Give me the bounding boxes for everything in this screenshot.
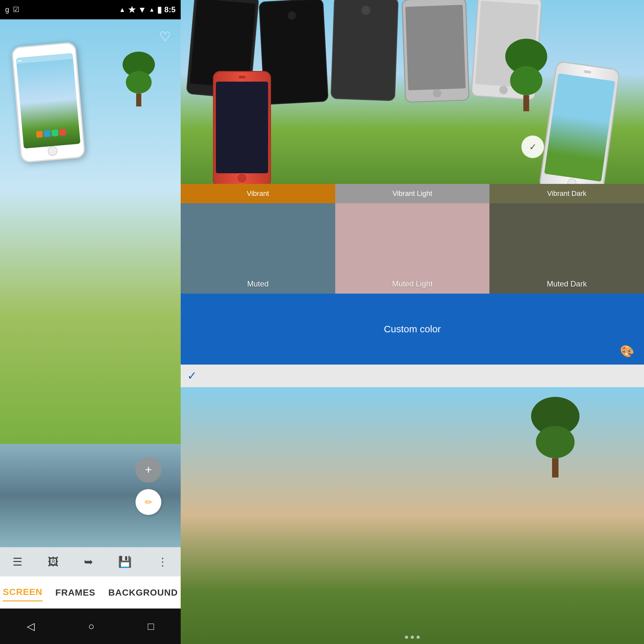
bottom-toolbar: ☰ 🖼 ➥ 💾 ⋮	[0, 547, 181, 576]
preview-tree	[531, 397, 579, 478]
dot-3	[417, 636, 420, 639]
star-icon: ★	[128, 5, 136, 15]
wifi-icon: ▼	[138, 5, 146, 15]
tabs-area: SCREEN FRAMES BACKGROUND	[0, 576, 181, 609]
phone-mockup-left: ■■■	[6, 45, 77, 168]
status-bar-right: ▲ ★ ▼ ▲ ▮ 8:5	[119, 5, 176, 15]
red-phone[interactable]	[213, 71, 271, 184]
bottom-preview	[181, 387, 644, 644]
more-button[interactable]: ⋮	[157, 555, 168, 568]
phone-screen-content: ■■■	[16, 53, 80, 148]
dot-2	[411, 636, 414, 639]
phone-preview-dark-back[interactable]	[330, 0, 398, 101]
heart-icon[interactable]: ♡	[159, 29, 171, 44]
swatch-muted-light-label: Muted Light	[335, 279, 490, 288]
phone-home-button	[47, 146, 58, 156]
signal-icon: ▲	[149, 6, 155, 13]
phone-screen: ■■■	[16, 53, 80, 148]
share-button[interactable]: ➥	[84, 555, 93, 568]
swatch-muted-light[interactable]: Muted Light	[335, 203, 490, 294]
custom-color-area[interactable]: Custom color 🎨	[181, 294, 644, 365]
bottom-blur-area: + ✏	[0, 444, 181, 547]
tree-right	[505, 39, 547, 111]
phone-white: ■■■	[11, 42, 86, 163]
swatch-muted[interactable]: Muted	[181, 203, 335, 294]
dots-indicator	[405, 636, 420, 639]
color-panel: Vibrant Vibrant Light Vibrant Dark Muted…	[181, 184, 644, 644]
tab-vibrant-light[interactable]: Vibrant Light	[335, 184, 490, 203]
main-image-area: ♡ ■■■	[0, 19, 181, 444]
status-bar-left: g ☑	[5, 5, 19, 14]
swatch-muted-dark[interactable]: Muted Dark	[489, 203, 644, 294]
confirm-check-icon[interactable]: ✓	[187, 369, 197, 383]
dot-1	[405, 636, 408, 639]
swatch-muted-label: Muted	[181, 279, 335, 288]
white-phone-right[interactable]	[547, 65, 612, 184]
back-button[interactable]: ◁	[27, 620, 35, 632]
check-circle-button[interactable]: ✓	[521, 136, 544, 158]
menu-button[interactable]: ☰	[13, 555, 22, 568]
home-button[interactable]: ○	[88, 620, 94, 632]
plus-icon: +	[145, 463, 152, 477]
bluetooth-icon: ▲	[119, 6, 126, 14]
fab-plus-button[interactable]: +	[136, 457, 161, 483]
status-bar: g ☑ ▲ ★ ▼ ▲ ▮ 8:5	[0, 0, 181, 19]
edit-icon: ✏	[145, 497, 152, 508]
left-panel: g ☑ ▲ ★ ▼ ▲ ▮ 8:5 ♡ ■■■	[0, 0, 181, 644]
checkmark-icon: ✓	[529, 142, 537, 152]
image-button[interactable]: 🖼	[48, 556, 59, 568]
phone-preview-light1[interactable]	[401, 0, 469, 103]
battery-icon: ▮	[157, 5, 162, 15]
tab-vibrant[interactable]: Vibrant	[181, 184, 335, 203]
custom-color-label: Custom color	[384, 324, 441, 335]
palette-icon: 🎨	[620, 345, 634, 358]
save-button[interactable]: 💾	[118, 555, 132, 568]
fab-edit-button[interactable]: ✏	[136, 489, 161, 515]
right-panel: ✓ Vibrant Vibrant Light Vibrant Dark Mut…	[181, 0, 644, 644]
right-top-scene: ✓	[181, 0, 644, 184]
tree-decoration	[123, 52, 155, 106]
phone-inner-status: ■■■	[16, 53, 73, 64]
nav-bar: ◁ ○ □	[0, 609, 181, 644]
tab-screen[interactable]: SCREEN	[3, 584, 43, 601]
tab-vibrant-dark[interactable]: Vibrant Dark	[489, 184, 644, 203]
tab-background[interactable]: BACKGROUND	[108, 584, 178, 601]
bottom-check-row: ✓	[181, 365, 644, 387]
time-display: 8:5	[164, 5, 176, 14]
color-tabs-row: Vibrant Vibrant Light Vibrant Dark	[181, 184, 644, 203]
tab-frames[interactable]: FRAMES	[55, 584, 96, 601]
google-icon: g	[5, 5, 9, 14]
check-square-icon: ☑	[13, 5, 19, 14]
color-swatches: Muted Muted Light Muted Dark	[181, 203, 644, 294]
recent-button[interactable]: □	[148, 620, 154, 632]
swatch-muted-dark-label: Muted Dark	[489, 279, 644, 288]
